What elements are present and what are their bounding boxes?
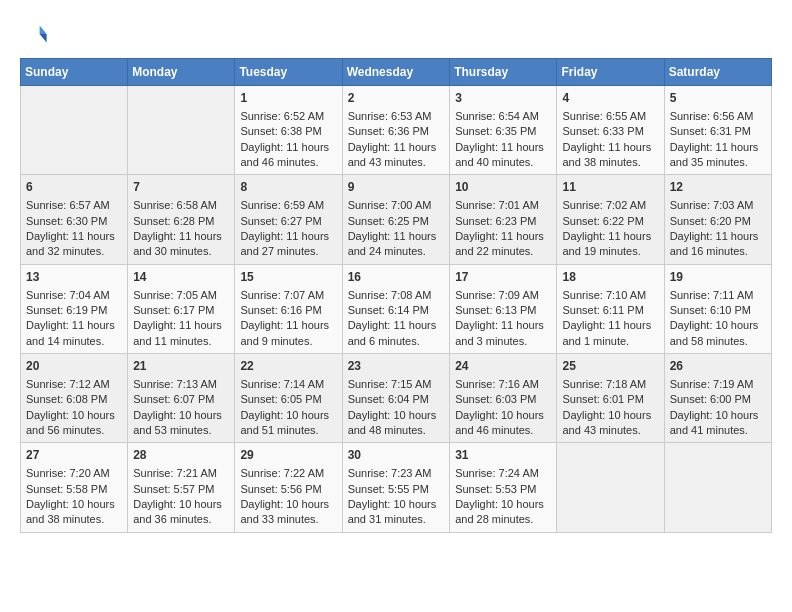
sunrise: Sunrise: 7:03 AM: [670, 199, 754, 211]
daylight: Daylight: 10 hours and 48 minutes.: [348, 409, 437, 436]
calendar-week-row: 20Sunrise: 7:12 AMSunset: 6:08 PMDayligh…: [21, 354, 772, 443]
calendar-cell: 24Sunrise: 7:16 AMSunset: 6:03 PMDayligh…: [450, 354, 557, 443]
day-number: 21: [133, 358, 229, 375]
calendar-cell: 14Sunrise: 7:05 AMSunset: 6:17 PMDayligh…: [128, 264, 235, 353]
daylight: Daylight: 11 hours and 19 minutes.: [562, 230, 651, 257]
calendar-cell: 7Sunrise: 6:58 AMSunset: 6:28 PMDaylight…: [128, 175, 235, 264]
calendar-cell: 30Sunrise: 7:23 AMSunset: 5:55 PMDayligh…: [342, 443, 450, 532]
calendar-cell: 12Sunrise: 7:03 AMSunset: 6:20 PMDayligh…: [664, 175, 771, 264]
sunset: Sunset: 6:04 PM: [348, 393, 429, 405]
day-number: 4: [562, 90, 658, 107]
calendar-cell: 10Sunrise: 7:01 AMSunset: 6:23 PMDayligh…: [450, 175, 557, 264]
calendar-cell: [557, 443, 664, 532]
daylight: Daylight: 11 hours and 9 minutes.: [240, 319, 329, 346]
calendar-cell: 25Sunrise: 7:18 AMSunset: 6:01 PMDayligh…: [557, 354, 664, 443]
day-number: 7: [133, 179, 229, 196]
day-number: 10: [455, 179, 551, 196]
weekday-header: Sunday: [21, 59, 128, 86]
sunset: Sunset: 6:25 PM: [348, 215, 429, 227]
sunrise: Sunrise: 7:05 AM: [133, 289, 217, 301]
day-number: 15: [240, 269, 336, 286]
sunset: Sunset: 6:28 PM: [133, 215, 214, 227]
day-number: 14: [133, 269, 229, 286]
day-number: 26: [670, 358, 766, 375]
daylight: Daylight: 11 hours and 24 minutes.: [348, 230, 437, 257]
sunrise: Sunrise: 6:57 AM: [26, 199, 110, 211]
day-number: 8: [240, 179, 336, 196]
sunrise: Sunrise: 7:14 AM: [240, 378, 324, 390]
sunset: Sunset: 6:05 PM: [240, 393, 321, 405]
sunset: Sunset: 6:27 PM: [240, 215, 321, 227]
sunrise: Sunrise: 7:12 AM: [26, 378, 110, 390]
sunrise: Sunrise: 7:07 AM: [240, 289, 324, 301]
sunrise: Sunrise: 7:01 AM: [455, 199, 539, 211]
day-number: 17: [455, 269, 551, 286]
calendar-cell: 19Sunrise: 7:11 AMSunset: 6:10 PMDayligh…: [664, 264, 771, 353]
logo: [20, 20, 52, 48]
sunset: Sunset: 6:17 PM: [133, 304, 214, 316]
calendar-week-row: 13Sunrise: 7:04 AMSunset: 6:19 PMDayligh…: [21, 264, 772, 353]
sunset: Sunset: 6:22 PM: [562, 215, 643, 227]
daylight: Daylight: 10 hours and 36 minutes.: [133, 498, 222, 525]
sunrise: Sunrise: 7:08 AM: [348, 289, 432, 301]
day-number: 9: [348, 179, 445, 196]
svg-marker-1: [40, 34, 47, 42]
weekday-header-row: SundayMondayTuesdayWednesdayThursdayFrid…: [21, 59, 772, 86]
daylight: Daylight: 11 hours and 40 minutes.: [455, 141, 544, 168]
sunrise: Sunrise: 6:54 AM: [455, 110, 539, 122]
sunrise: Sunrise: 7:09 AM: [455, 289, 539, 301]
day-number: 30: [348, 447, 445, 464]
calendar-cell: 22Sunrise: 7:14 AMSunset: 6:05 PMDayligh…: [235, 354, 342, 443]
daylight: Daylight: 10 hours and 43 minutes.: [562, 409, 651, 436]
calendar-cell: 5Sunrise: 6:56 AMSunset: 6:31 PMDaylight…: [664, 86, 771, 175]
sunset: Sunset: 6:00 PM: [670, 393, 751, 405]
daylight: Daylight: 10 hours and 51 minutes.: [240, 409, 329, 436]
sunrise: Sunrise: 7:00 AM: [348, 199, 432, 211]
day-number: 11: [562, 179, 658, 196]
weekday-header: Wednesday: [342, 59, 450, 86]
sunrise: Sunrise: 6:58 AM: [133, 199, 217, 211]
sunset: Sunset: 6:20 PM: [670, 215, 751, 227]
sunrise: Sunrise: 7:02 AM: [562, 199, 646, 211]
day-number: 31: [455, 447, 551, 464]
sunset: Sunset: 6:31 PM: [670, 125, 751, 137]
calendar-cell: 26Sunrise: 7:19 AMSunset: 6:00 PMDayligh…: [664, 354, 771, 443]
sunrise: Sunrise: 7:20 AM: [26, 467, 110, 479]
sunset: Sunset: 6:33 PM: [562, 125, 643, 137]
sunset: Sunset: 6:01 PM: [562, 393, 643, 405]
day-number: 16: [348, 269, 445, 286]
sunrise: Sunrise: 7:15 AM: [348, 378, 432, 390]
sunset: Sunset: 6:03 PM: [455, 393, 536, 405]
daylight: Daylight: 10 hours and 38 minutes.: [26, 498, 115, 525]
daylight: Daylight: 10 hours and 41 minutes.: [670, 409, 759, 436]
page-header: [20, 20, 772, 48]
daylight: Daylight: 11 hours and 3 minutes.: [455, 319, 544, 346]
day-number: 23: [348, 358, 445, 375]
calendar-cell: 2Sunrise: 6:53 AMSunset: 6:36 PMDaylight…: [342, 86, 450, 175]
sunrise: Sunrise: 7:23 AM: [348, 467, 432, 479]
daylight: Daylight: 11 hours and 22 minutes.: [455, 230, 544, 257]
day-number: 1: [240, 90, 336, 107]
daylight: Daylight: 10 hours and 33 minutes.: [240, 498, 329, 525]
sunrise: Sunrise: 7:13 AM: [133, 378, 217, 390]
calendar-cell: 15Sunrise: 7:07 AMSunset: 6:16 PMDayligh…: [235, 264, 342, 353]
sunset: Sunset: 6:08 PM: [26, 393, 107, 405]
calendar-cell: 17Sunrise: 7:09 AMSunset: 6:13 PMDayligh…: [450, 264, 557, 353]
calendar-cell: 6Sunrise: 6:57 AMSunset: 6:30 PMDaylight…: [21, 175, 128, 264]
day-number: 20: [26, 358, 122, 375]
daylight: Daylight: 11 hours and 16 minutes.: [670, 230, 759, 257]
calendar-cell: 8Sunrise: 6:59 AMSunset: 6:27 PMDaylight…: [235, 175, 342, 264]
sunrise: Sunrise: 6:53 AM: [348, 110, 432, 122]
day-number: 13: [26, 269, 122, 286]
sunset: Sunset: 6:10 PM: [670, 304, 751, 316]
daylight: Daylight: 11 hours and 43 minutes.: [348, 141, 437, 168]
sunrise: Sunrise: 6:59 AM: [240, 199, 324, 211]
logo-icon: [20, 20, 48, 48]
sunrise: Sunrise: 7:18 AM: [562, 378, 646, 390]
day-number: 19: [670, 269, 766, 286]
sunrise: Sunrise: 7:22 AM: [240, 467, 324, 479]
daylight: Daylight: 11 hours and 30 minutes.: [133, 230, 222, 257]
day-number: 18: [562, 269, 658, 286]
calendar-cell: [664, 443, 771, 532]
sunset: Sunset: 6:23 PM: [455, 215, 536, 227]
